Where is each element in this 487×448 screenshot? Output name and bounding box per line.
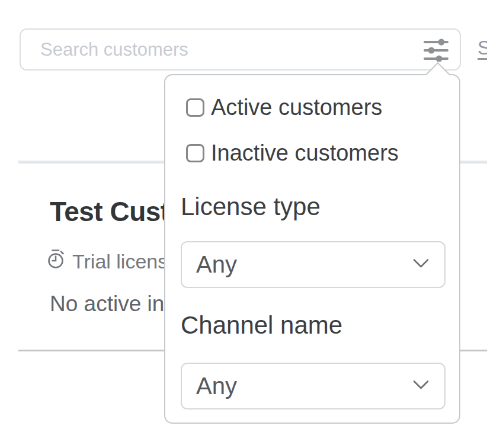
checkbox-label: Active customers [211, 95, 382, 120]
channel-name-label: Channel name [181, 311, 342, 340]
checkbox-row-active[interactable]: Active customers [186, 95, 382, 120]
customer-status-text: No active in [50, 292, 164, 316]
checkbox-row-inactive[interactable]: Inactive customers [186, 140, 399, 166]
inactive-customers-checkbox[interactable] [186, 144, 204, 162]
customer-name-heading: Test Cust [50, 196, 169, 228]
channel-name-value: Any [196, 373, 237, 399]
chevron-down-icon [413, 258, 429, 271]
license-type-value: Any [196, 251, 237, 278]
stopwatch-icon [47, 249, 65, 274]
search-input[interactable] [20, 28, 461, 71]
chevron-down-icon [413, 380, 429, 392]
sliders-icon [423, 37, 449, 63]
truncated-right-link[interactable]: S [478, 37, 487, 59]
license-type-label: License type [181, 193, 321, 221]
customer-license-text: Trial licens [72, 250, 168, 273]
checkbox-label: Inactive customers [211, 140, 399, 166]
filter-popover: Active customers Inactive customers Lice… [164, 74, 460, 424]
customers-page: Test Cust Trial licens No active in [0, 0, 487, 448]
channel-name-select[interactable]: Any [181, 363, 446, 409]
filter-button[interactable] [417, 33, 455, 66]
active-customers-checkbox[interactable] [186, 98, 204, 117]
customer-license-row: Trial licens [47, 249, 168, 274]
license-type-select[interactable]: Any [181, 241, 446, 288]
